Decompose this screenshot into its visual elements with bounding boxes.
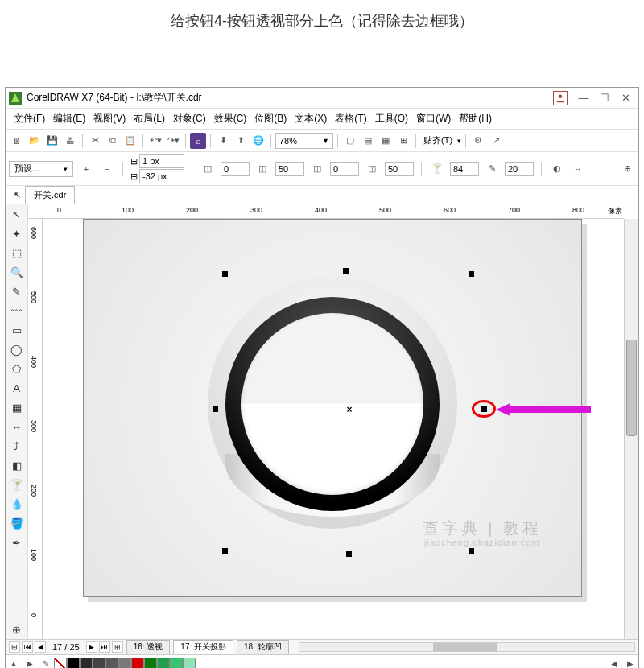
menu-text[interactable]: 文本(X) <box>291 110 330 127</box>
save-icon[interactable]: 💾 <box>44 133 60 149</box>
ellipse-tool[interactable]: ◯ <box>6 340 27 359</box>
val-a-input[interactable]: 84 <box>450 162 479 176</box>
open-icon[interactable]: 📂 <box>27 133 43 149</box>
menu-table[interactable]: 表格(T) <box>332 110 369 127</box>
effects-tool[interactable]: ◧ <box>6 456 27 475</box>
menu-view[interactable]: 视图(V) <box>90 110 129 127</box>
x-pos-input[interactable]: 1 px <box>139 154 184 168</box>
sel-center[interactable]: × <box>346 404 352 415</box>
sel-handle-bl[interactable] <box>222 548 228 554</box>
crop-tool[interactable]: ⬚ <box>6 243 27 262</box>
search-icon[interactable]: ⌕ <box>190 133 206 149</box>
text-tool[interactable]: A <box>6 378 27 398</box>
ruler-vertical[interactable]: 600 500 400 300 200 100 0 <box>28 219 43 639</box>
close-button[interactable]: ✕ <box>616 91 635 105</box>
page-tab-18[interactable]: 18: 轮廓凹 <box>237 640 289 654</box>
page-tab-17[interactable]: 17: 开关投影 <box>173 640 233 654</box>
preset-dropdown[interactable]: 预设...▾ <box>9 161 73 177</box>
transparency-tool[interactable]: 🍸 <box>6 475 27 494</box>
rectangle-tool[interactable]: ▭ <box>6 320 27 340</box>
shape-tool[interactable]: ✦ <box>6 224 27 243</box>
menu-effects[interactable]: 效果(C) <box>211 110 250 127</box>
dir-icon-4[interactable]: ◫ <box>364 161 380 177</box>
zoom-tool[interactable]: 🔍 <box>6 262 27 282</box>
launch-icon[interactable]: ↗ <box>488 133 504 149</box>
connector-tool[interactable]: ⤴ <box>6 436 27 456</box>
nav-next[interactable]: ▶ <box>86 641 97 653</box>
pick-tool-icon[interactable]: ↖ <box>9 187 25 203</box>
snap-dropdown[interactable]: 贴齐(T) <box>420 134 456 146</box>
nav-first[interactable]: ⏮ <box>22 641 33 653</box>
zoom-combo[interactable]: 78%▼ <box>275 133 333 149</box>
sel-handle-tm[interactable] <box>343 268 349 274</box>
ruler-horizontal[interactable]: 0 100 200 300 400 500 600 700 800 像素 <box>28 204 624 219</box>
print-icon[interactable]: 🖶 <box>62 133 78 149</box>
table-tool[interactable]: ▦ <box>6 398 27 417</box>
prop-add-icon[interactable]: ⊕ <box>619 161 635 177</box>
knob-artwork[interactable] <box>208 279 457 529</box>
menu-file[interactable]: 文件(F) <box>10 110 48 127</box>
menu-bitmaps[interactable]: 位图(B) <box>251 110 290 127</box>
menu-window[interactable]: 窗口(W) <box>413 110 454 127</box>
pick-tool[interactable]: ↖ <box>6 204 27 224</box>
sy-input[interactable]: 50 <box>385 162 414 176</box>
swatch-0[interactable] <box>67 658 80 669</box>
swatch-7[interactable] <box>157 658 170 669</box>
options-icon[interactable]: ⚙ <box>470 133 486 149</box>
prop-extra-1[interactable]: ◐ <box>549 161 565 177</box>
swatch-5[interactable] <box>131 658 144 669</box>
page-tab-16[interactable]: 16: 透视 <box>126 640 171 654</box>
vertical-scrollbar[interactable] <box>624 219 638 639</box>
paste-icon[interactable]: 📋 <box>122 133 138 149</box>
redo-icon[interactable]: ↷▾ <box>165 133 181 149</box>
palette-scroll-right[interactable]: ▶ <box>624 658 637 669</box>
val-b-input[interactable]: 20 <box>505 162 534 176</box>
preset-remove-icon[interactable]: − <box>99 161 115 177</box>
sel-handle-br[interactable] <box>469 548 474 554</box>
sx-input[interactable]: 50 <box>275 162 304 176</box>
canvas[interactable]: × <box>43 219 624 639</box>
export-icon[interactable]: ⬆ <box>233 133 249 149</box>
vscroll-thumb[interactable] <box>626 340 637 436</box>
polygon-tool[interactable]: ⬠ <box>6 359 27 378</box>
cut-icon[interactable]: ✂ <box>87 133 103 149</box>
sel-handle-ml[interactable] <box>213 406 218 412</box>
no-fill-swatch[interactable] <box>54 658 67 669</box>
quick-custom-icon[interactable]: ⊕ <box>6 620 27 639</box>
undo-icon[interactable]: ↶▾ <box>147 133 163 149</box>
menu-tools[interactable]: 工具(O) <box>372 110 411 127</box>
fill-tool[interactable]: 🪣 <box>6 513 27 533</box>
dir-icon-3[interactable]: ◫ <box>309 161 325 177</box>
palette-scroll-left[interactable]: ◀ <box>608 658 621 669</box>
swatch-8[interactable] <box>170 658 183 669</box>
import-icon[interactable]: ⬇ <box>215 133 231 149</box>
menu-object[interactable]: 对象(C) <box>170 110 209 127</box>
sel-handle-tl[interactable] <box>222 271 228 277</box>
freehand-tool[interactable]: ✎ <box>6 282 27 301</box>
artistic-tool[interactable]: 〰 <box>6 301 27 320</box>
nav-last[interactable]: ⏭ <box>99 641 110 653</box>
eyedropper-tool[interactable]: 💧 <box>6 494 27 513</box>
menu-help[interactable]: 帮助(H) <box>456 110 495 127</box>
eyedropper-icon[interactable]: ✎ <box>39 658 52 669</box>
sel-handle-bm[interactable] <box>346 551 352 557</box>
palette-next[interactable]: ▶ <box>23 658 36 669</box>
fullscreen-icon[interactable]: ▢ <box>342 133 358 149</box>
hscroll-thumb[interactable] <box>433 643 497 651</box>
dir-icon-1[interactable]: ◫ <box>200 161 216 177</box>
dimension-tool[interactable]: ↔ <box>6 417 27 436</box>
guides-icon[interactable]: ⊞ <box>395 133 411 149</box>
menu-edit[interactable]: 编辑(E) <box>50 110 89 127</box>
sel-handle-tr[interactable] <box>469 271 474 277</box>
copy-icon[interactable]: ⧉ <box>105 133 121 149</box>
dir-icon-2[interactable]: ◫ <box>254 161 270 177</box>
swatch-6[interactable] <box>144 658 157 669</box>
nav-add-page[interactable]: ⊞ <box>9 641 20 653</box>
outline-tool[interactable]: ✒ <box>6 533 27 552</box>
swatch-4[interactable] <box>118 658 131 669</box>
new-icon[interactable]: 🗎 <box>9 133 25 149</box>
swatch-1[interactable] <box>80 658 93 669</box>
y-pos-input[interactable]: -32 px <box>139 169 184 183</box>
minimize-button[interactable]: — <box>574 91 593 105</box>
doc-tab[interactable]: 开关.cdr <box>25 186 75 204</box>
